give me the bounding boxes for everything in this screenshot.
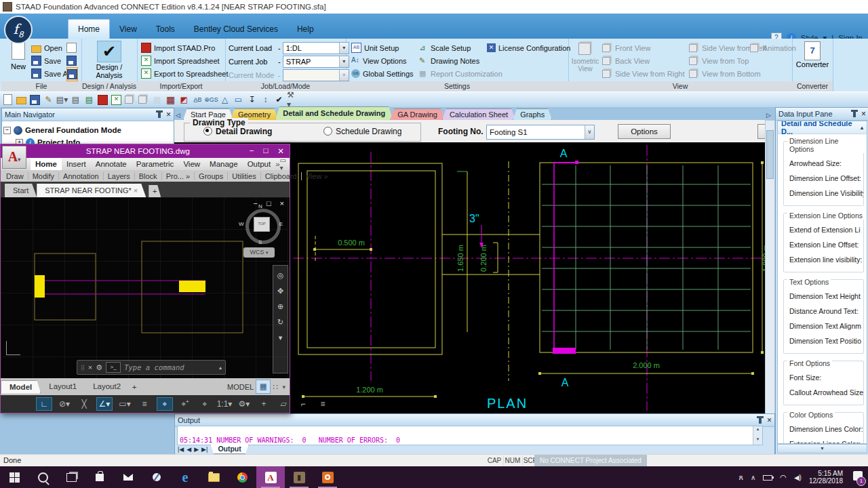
import-arrow-icon[interactable]: ↧ (246, 94, 258, 106)
field-dim-text-position[interactable]: Dimension Text Positio (789, 337, 863, 345)
settings-gear-icon[interactable]: ⚙▾ (237, 398, 252, 410)
doc-close-icon[interactable]: × (280, 199, 284, 207)
dynamic-input-icon[interactable]: ▭▾ (117, 398, 132, 410)
battery-icon[interactable] (763, 471, 772, 483)
import-spreadsheet-button[interactable]: ✕Import Spreadsheet (141, 54, 228, 67)
save-button[interactable]: Save (31, 54, 71, 67)
design-analysis-button[interactable]: ✔ Design / Analysis (81, 41, 137, 79)
import-staadpro-button[interactable]: Import STAAD.Pro (141, 41, 228, 54)
canvas-vertical-scrollbar[interactable] (765, 120, 775, 415)
collapse-icon[interactable]: ▴ (861, 125, 863, 131)
ribbon-tab-home[interactable]: Home (68, 19, 110, 39)
steering-wheel-icon[interactable]: ◎ (277, 271, 284, 280)
field-extend-extension-lines[interactable]: Extend of Extension Li (789, 226, 863, 234)
panel-draw[interactable]: Draw (2, 172, 28, 180)
acad-tab-output[interactable]: Output (243, 158, 276, 170)
spreadsheet-icon[interactable]: ✕ (111, 94, 122, 106)
people-icon[interactable]: ጸ (739, 473, 743, 482)
wifi-icon[interactable]: ◠ (780, 473, 787, 482)
isolate-icon[interactable]: ▱ (276, 398, 291, 410)
chrome-button[interactable] (228, 466, 256, 488)
global-settings-button[interactable]: GSGlobal Settings (351, 67, 414, 80)
start-button[interactable] (0, 466, 28, 488)
mail-button[interactable] (114, 466, 142, 488)
tab-scroll-right-icon[interactable]: ▷ (766, 112, 774, 119)
viewcube[interactable]: TOP N S W E (242, 205, 280, 243)
file-tab-drawing[interactable]: STRAP NEAR FOOTING* × (37, 184, 146, 197)
nav-next-icon[interactable]: ▶ (194, 446, 199, 453)
autocad-taskbar-button[interactable]: A (256, 466, 285, 488)
radio-icon[interactable] (203, 127, 212, 136)
task-view-button[interactable] (57, 466, 85, 488)
open-icon[interactable] (16, 94, 27, 106)
field-callout-arrowhead-size[interactable]: Callout Arrowhead Size (789, 388, 863, 396)
pin-icon[interactable] (158, 112, 161, 118)
minimize-icon[interactable]: − (250, 146, 254, 156)
command-bar[interactable]: ⣿ × ⚙ >_ Type a command ▴ (77, 360, 226, 375)
ribbon-tab-view[interactable]: View (110, 20, 146, 39)
panel-view[interactable]: View » (302, 172, 332, 180)
viewcube-west[interactable]: W (239, 221, 244, 227)
panel-properties[interactable]: Pro... » (162, 172, 195, 180)
orbit-icon[interactable]: ↻ (277, 318, 283, 327)
ribbon-tab-help[interactable]: Help (288, 20, 323, 39)
data-pane-section-header[interactable]: Detail and Schedule D... ▴ (778, 121, 867, 134)
customize-icon[interactable]: ⚙ (96, 363, 102, 372)
unit-setup-icon[interactable]: A̲B (192, 94, 203, 106)
nav-prev-icon[interactable]: ◀ (186, 446, 191, 453)
tab-detail-schedule-drawing[interactable]: Detail and Schedule Drawing (275, 106, 393, 120)
new-button[interactable]: New (8, 42, 28, 70)
field-dim-line-visibility[interactable]: Dimension Line Visibility (789, 189, 863, 197)
global-settings-icon[interactable]: ⊕GS (205, 94, 217, 106)
options-button[interactable]: Options (618, 124, 671, 139)
new-layout-icon[interactable]: + (129, 383, 140, 391)
command-input[interactable]: Type a command (124, 363, 216, 371)
angle-snap-icon[interactable]: ∠▾ (96, 397, 113, 411)
license-configuration-button[interactable]: ✕License Configuration (487, 41, 570, 54)
print-preview-icon[interactable]: ▤▾ (56, 94, 68, 106)
chevron-down-icon[interactable]: ∨ (585, 125, 594, 139)
history-icon[interactable]: ▴ (219, 365, 222, 371)
triangle-tool-icon[interactable]: △ (219, 94, 231, 106)
radio-schedule-drawing[interactable]: Schedule Drawing (323, 127, 401, 136)
panel-groups[interactable]: Groups (195, 172, 228, 180)
store-button[interactable] (85, 466, 114, 488)
field-extension-line-visibility[interactable]: Extension line visibility: (789, 256, 863, 264)
rect-tool-icon[interactable]: ▭ (233, 94, 244, 106)
panel-modify[interactable]: Modify (28, 172, 59, 180)
updown-arrow-icon[interactable]: ↕ (260, 94, 271, 106)
import-model-button[interactable] (66, 41, 78, 54)
close-icon[interactable]: × (861, 110, 866, 118)
drag-handle[interactable]: ⣿ (81, 365, 85, 371)
acad-tab-home[interactable]: Home (31, 158, 62, 170)
converter-button[interactable]: 7 Converter (792, 41, 833, 68)
nav-last-icon[interactable]: ▶| (201, 446, 208, 453)
layout1-tab[interactable]: Layout1 (41, 380, 85, 393)
close-icon[interactable]: × (166, 110, 171, 119)
edge-button[interactable]: e (171, 466, 199, 488)
drawing-tools-icon[interactable]: ⚒ ▾ (287, 94, 298, 106)
get-office-button[interactable] (142, 466, 171, 488)
print-icon[interactable]: ▤ (70, 94, 81, 106)
field-extension-line-offset[interactable]: Extension Line Offset: (789, 241, 863, 249)
drawing-notes-button[interactable]: ✎Drawing Notes (419, 54, 502, 67)
output-log-area[interactable]: 05:14:31 NUMBER OF WARNINGS: 0 NUMBER OF… (177, 426, 763, 445)
radio-icon[interactable] (323, 127, 332, 136)
panel-layers[interactable]: Layers (104, 172, 135, 180)
tray-expand-icon[interactable]: ∧ (751, 474, 755, 481)
notification-button[interactable]: 1 (853, 471, 863, 483)
viewcube-north[interactable]: N (258, 203, 262, 209)
tab-calculation-sheet[interactable]: Calculation Sheet (442, 108, 515, 120)
isodraft-icon[interactable]: ╳ (77, 398, 92, 410)
data-pane-scroll-down[interactable]: ▼ (777, 444, 867, 453)
autocad-canvas[interactable]: − □ × TOP N S W E WCS ▾ ◎ ✥ ⊕ ↻ ▾ ⣿ × ⚙ … (1, 197, 290, 378)
print-batch-icon[interactable]: ▤ (83, 94, 95, 106)
footing-select[interactable]: Footing S1 ∨ (486, 125, 595, 140)
field-dim-text-alignment[interactable]: Dimension Text Alignm (789, 322, 863, 330)
staad-pro-icon[interactable] (97, 94, 108, 106)
close-icon[interactable]: × (88, 363, 92, 371)
acad-tab-manage[interactable]: Manage (205, 158, 243, 170)
maximize-icon[interactable]: □ (263, 146, 268, 156)
report-icon[interactable]: ✎ (43, 94, 54, 106)
tree-item-general-foundation-mode[interactable]: − General Foundation Mode (3, 124, 172, 136)
